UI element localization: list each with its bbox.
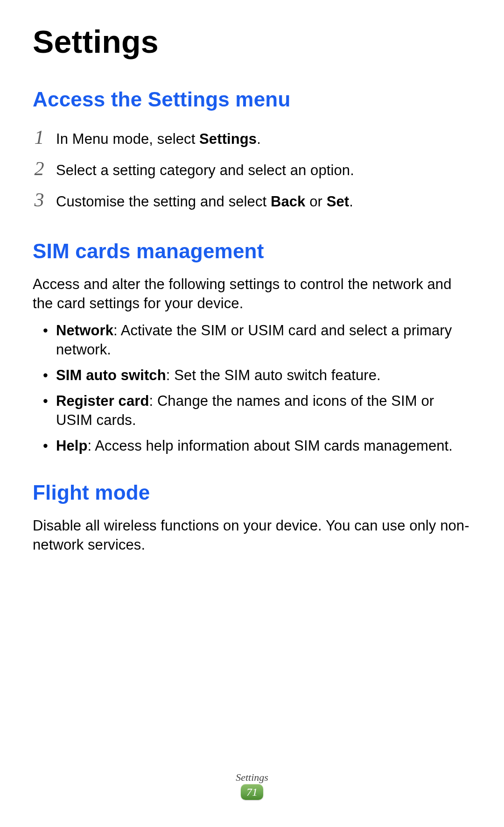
step-1: 1 In Menu mode, select Settings.	[33, 123, 471, 152]
sim-intro-text: Access and alter the following settings …	[33, 275, 471, 313]
step-number: 1	[33, 123, 46, 152]
bullet-sim-auto-switch: SIM auto switch: Set the SIM auto switch…	[43, 366, 471, 385]
heading-sim-management: SIM cards management	[33, 240, 471, 263]
step-number: 3	[33, 186, 46, 214]
page-footer: Settings 71	[0, 771, 504, 800]
bullet-network: Network: Activate the SIM or USIM card a…	[43, 321, 471, 360]
section-sim-management: SIM cards management Access and alter th…	[33, 240, 471, 456]
step-3: 3 Customise the setting and select Back …	[33, 186, 471, 214]
step-text: Customise the setting and select Back or…	[56, 191, 471, 212]
page-number-badge: 71	[241, 784, 263, 800]
page-title: Settings	[33, 23, 471, 60]
footer-section-label: Settings	[0, 771, 504, 784]
step-number: 2	[33, 155, 46, 183]
bullet-register-card: Register card: Change the names and icon…	[43, 392, 471, 430]
section-access-settings: Access the Settings menu 1 In Menu mode,…	[33, 88, 471, 214]
bullet-help: Help: Access help information about SIM …	[43, 437, 471, 456]
step-text: In Menu mode, select Settings.	[56, 129, 471, 150]
heading-access-settings: Access the Settings menu	[33, 88, 471, 111]
step-text: Select a setting category and select an …	[56, 160, 471, 181]
steps-list: 1 In Menu mode, select Settings. 2 Selec…	[33, 123, 471, 214]
sim-bullet-list: Network: Activate the SIM or USIM card a…	[33, 321, 471, 455]
flight-mode-text: Disable all wireless functions on your d…	[33, 516, 471, 555]
manual-page: Settings Access the Settings menu 1 In M…	[0, 0, 504, 827]
section-flight-mode: Flight mode Disable all wireless functio…	[33, 481, 471, 555]
step-2: 2 Select a setting category and select a…	[33, 155, 471, 183]
heading-flight-mode: Flight mode	[33, 481, 471, 504]
